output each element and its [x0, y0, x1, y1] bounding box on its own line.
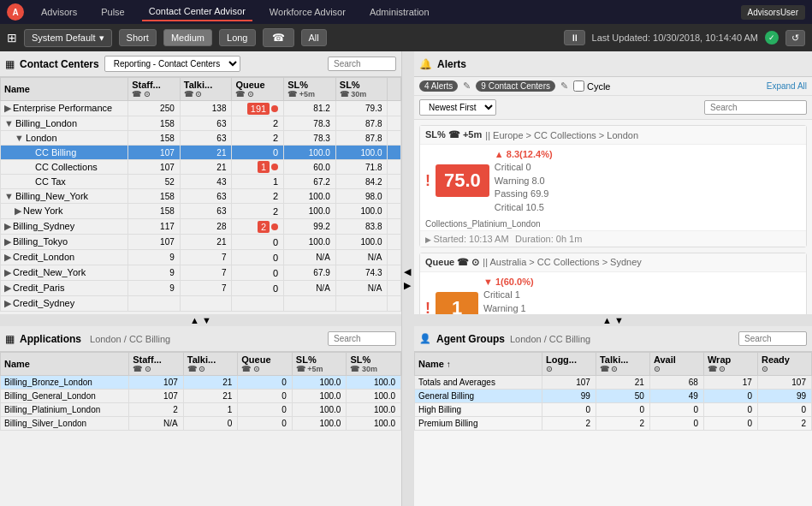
user-menu-button[interactable]: AdvisorsUser — [741, 5, 805, 20]
refresh-button[interactable]: ↺ — [785, 30, 805, 46]
all-button[interactable]: All — [301, 29, 327, 46]
alerts-sort-dropdown[interactable]: Newest First — [419, 99, 496, 116]
reporting-dropdown[interactable]: Reporting - Contact Centers — [104, 56, 240, 72]
nav-workforce-advisor[interactable]: Workforce Advisor — [263, 3, 353, 21]
col-header-name: Name — [1, 78, 128, 101]
list-item[interactable]: Premium Billing 2 2 0 0 2 — [415, 417, 812, 431]
row-arrow-cell — [388, 116, 401, 131]
app-name-cell: Billing_Platinium_London — [1, 403, 129, 417]
row-name-cell: CC Billing — [1, 146, 128, 160]
row-name-cell: ▶Enterprise Performance — [1, 101, 128, 116]
short-view-button[interactable]: Short — [119, 29, 157, 46]
nav-pulse[interactable]: Pulse — [94, 3, 132, 21]
table-row[interactable]: CC Tax 52 43 1 67.2 84.2 — [1, 175, 401, 189]
contact-centers-search[interactable] — [328, 57, 396, 71]
expand-arrow[interactable]: ▶ — [4, 252, 11, 262]
row-talking-cell: 7 — [180, 250, 232, 265]
row-staffed-cell: 117 — [128, 219, 181, 235]
list-item[interactable]: High Billing 0 0 0 0 0 — [415, 403, 812, 417]
pause-button[interactable]: ⏸ — [564, 30, 585, 45]
agent-groups-search[interactable] — [738, 331, 807, 346]
row-name-cell: CC Tax — [1, 175, 128, 189]
medium-view-button[interactable]: Medium — [163, 29, 212, 46]
applications-search[interactable] — [328, 331, 396, 346]
cc-count-edit-icon[interactable]: ✎ — [560, 80, 568, 92]
expand-arrow[interactable]: ▼ — [4, 133, 24, 143]
nav-right-2: ⏸ Last Updated: 10/30/2018, 10:14:40 AM … — [564, 30, 805, 46]
table-row[interactable]: ▼London 158 63 2 78.3 87.8 — [1, 131, 401, 146]
expand-arrow[interactable]: ▶ — [4, 283, 11, 293]
row-name-cell: ▶Credit_Paris — [1, 281, 128, 296]
row-name: London — [26, 133, 57, 143]
row-staffed-cell: 107 — [128, 235, 181, 250]
list-item[interactable]: Billing_General_London 107 21 0 100.0 10… — [1, 390, 401, 403]
row-name-cell: ▶Credit_Sydney — [1, 296, 128, 312]
agent-groups-header: 👤 Agent Groups London / CC Billing — [414, 326, 812, 352]
system-default-dropdown[interactable]: System Default ▾ — [24, 29, 112, 47]
table-row[interactable]: ▶Credit_Paris 9 7 0 N/A N/A — [1, 281, 401, 296]
cycle-checkbox[interactable] — [573, 80, 584, 92]
table-row[interactable]: ▶Credit_New_York 9 7 0 67.9 74.3 — [1, 265, 401, 281]
ag-ready-cell: 2 — [757, 417, 811, 431]
grid-icon[interactable]: ⊞ — [7, 31, 17, 45]
row-talking-cell: 43 — [180, 175, 232, 189]
expand-arrow[interactable]: ▶ — [4, 205, 21, 216]
list-item[interactable]: General Billing 99 50 49 0 99 — [415, 390, 812, 403]
col-header-sl30m: SL% ☎ 30m — [335, 78, 388, 101]
table-row[interactable]: ▶Credit_Sydney — [1, 296, 401, 312]
list-item[interactable]: Billing_Bronze_London 107 21 0 100.0 100… — [1, 376, 401, 390]
row-staffed-cell: 9 — [128, 281, 181, 296]
alert-1-body: ! 75.0 ▲ 8.3(12.4%) Critical 0 Warning 8… — [420, 145, 806, 217]
ag-name-cell: Premium Billing — [415, 417, 542, 431]
right-panel-divider[interactable]: ▲ ▼ — [414, 314, 812, 326]
alert-1-details: ▲ 8.3(12.4%) Critical 0 Warning 8.0 Pass… — [495, 148, 801, 214]
table-row[interactable]: ▼Billing_London 158 63 2 78.3 87.8 — [1, 116, 401, 131]
table-row[interactable]: ▼Billing_New_York 158 63 2 100.0 98.0 — [1, 189, 401, 204]
horizontal-divider[interactable]: ◀ ▶ — [402, 51, 414, 506]
row-name: Billing_New_York — [15, 191, 88, 201]
list-item[interactable]: Billing_Platinium_London 2 1 0 100.0 100… — [1, 403, 401, 417]
expand-arrow[interactable]: ▶ — [4, 298, 11, 308]
long-view-button[interactable]: Long — [219, 29, 255, 46]
applications-title: Applications — [20, 333, 81, 345]
expand-arrow[interactable]: ▶ — [4, 236, 11, 247]
nav-contact-center-advisor[interactable]: Contact Center Advisor — [142, 3, 252, 21]
row-arrow-cell — [388, 160, 401, 175]
row-arrow-cell — [388, 175, 401, 189]
col-header-queue: Queue ☎ ⊙ — [232, 78, 284, 101]
alert-1-footer[interactable]: ▶ Started: 10:13 AM Duration: 0h 1m — [420, 230, 806, 247]
row-talking-cell: 21 — [180, 146, 232, 160]
alerts-search-input[interactable] — [704, 100, 807, 115]
table-row[interactable]: ▶Enterprise Performance 250 138 191 81.2… — [1, 101, 401, 116]
table-row[interactable]: CC Billing 107 21 0 100.0 100.0 — [1, 146, 401, 160]
table-row[interactable]: ▶Billing_Sydney 117 28 2 99.2 83.8 — [1, 219, 401, 235]
vertical-divider[interactable]: ▲ ▼ — [0, 314, 401, 326]
col-header-arrow — [388, 78, 401, 101]
expand-arrow[interactable]: ▶ — [4, 221, 11, 231]
row-talking-cell — [180, 296, 232, 312]
expand-arrow[interactable]: ▼ — [4, 118, 14, 128]
row-staffed-cell: 107 — [128, 160, 181, 175]
expand-arrow[interactable]: ▼ — [4, 191, 14, 201]
list-item[interactable]: Billing_Silver_London N/A 0 0 100.0 100.… — [1, 417, 401, 431]
table-row[interactable]: ▶New York 158 63 2 100.0 100.0 — [1, 204, 401, 219]
table-row[interactable]: CC Collections 107 21 1 60.0 71.8 — [1, 160, 401, 175]
row-queue-cell: 2 — [232, 219, 284, 235]
phone-button[interactable]: ☎ — [263, 28, 294, 47]
row-talking-cell: 63 — [180, 189, 232, 204]
expand-all-button[interactable]: Expand All — [767, 81, 807, 91]
ag-logged-cell: 107 — [542, 376, 596, 390]
expand-arrow[interactable]: ▶ — [4, 267, 11, 277]
app-talking-cell: 1 — [183, 403, 238, 417]
nav-advisors[interactable]: Advisors — [34, 3, 84, 21]
list-item[interactable]: Totals and Averages 107 21 68 17 107 — [415, 376, 812, 390]
app-name-cell: Billing_Silver_London — [1, 417, 129, 431]
applications-section: ▦ Applications London / CC Billing Name … — [0, 326, 401, 506]
nav-administration[interactable]: Administration — [363, 3, 436, 21]
table-row[interactable]: ▶Credit_London 9 7 0 N/A N/A — [1, 250, 401, 265]
expand-arrow[interactable]: ▶ — [4, 103, 11, 113]
table-row[interactable]: ▶Billing_Tokyo 107 21 0 100.0 100.0 — [1, 235, 401, 250]
row-queue-cell: 191 — [232, 101, 284, 116]
alert-count-edit-icon[interactable]: ✎ — [463, 80, 471, 92]
contact-centers-table-container: Name Staff... ☎ ⊙ Talki... ☎ ⊙ — [0, 77, 401, 314]
